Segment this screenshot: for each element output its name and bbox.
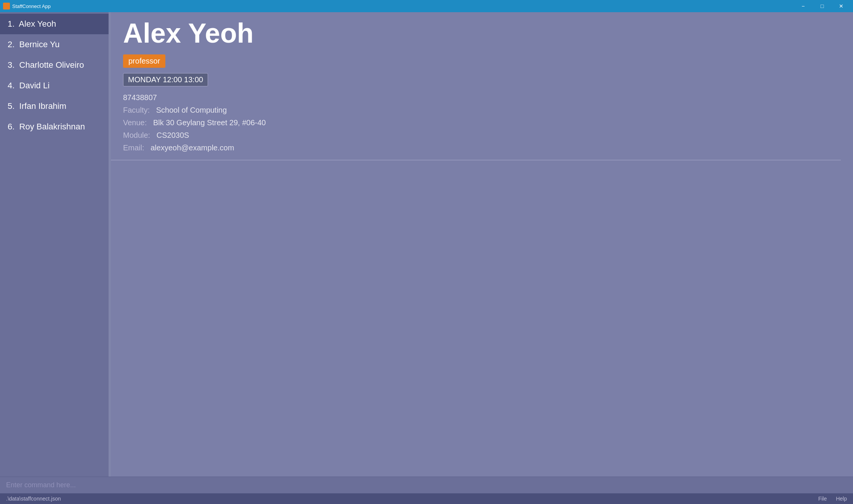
sidebar-item-label-3: 3. Charlotte Oliveiro [8, 60, 84, 70]
sidebar-item-2[interactable]: 2. Bernice Yu [0, 34, 109, 55]
module-label: Module: [123, 131, 150, 139]
schedule-badge: MONDAY 12:00 13:00 [123, 73, 208, 86]
sidebar-item-1[interactable]: 1. Alex Yeoh [0, 14, 109, 34]
statusbar-path: .\data\staffconnect.json [6, 496, 61, 502]
close-button[interactable]: ✕ [832, 0, 850, 12]
window-controls: − □ ✕ [794, 0, 850, 12]
phone-row: 87438807 [123, 93, 841, 102]
role-badge: professor [123, 54, 165, 68]
command-input[interactable] [6, 481, 847, 489]
sidebar-item-label-5: 5. Irfan Ibrahim [8, 101, 66, 111]
faculty-label: Faculty: [123, 106, 150, 114]
titlebar-title: StaffConnect App [12, 3, 794, 9]
phone-value: 87438807 [123, 93, 157, 102]
venue-label: Venue: [123, 118, 147, 127]
module-row: Module: CS2030S [123, 131, 841, 140]
venue-row: Venue: Blk 30 Geylang Street 29, #06-40 [123, 118, 841, 127]
sidebar-item-label-2: 2. Bernice Yu [8, 40, 60, 49]
main-area: 1. Alex Yeoh 2. Bernice Yu 3. Charlotte … [0, 12, 853, 477]
titlebar: StaffConnect App − □ ✕ [0, 0, 853, 12]
sidebar-item-5[interactable]: 5. Irfan Ibrahim [0, 96, 109, 116]
person-name: Alex Yeoh [123, 18, 841, 48]
sidebar-item-label-6: 6. Roy Balakrishnan [8, 122, 85, 131]
email-row: Email: alexyeoh@example.com [123, 144, 841, 152]
module-value: CS2030S [157, 131, 189, 139]
venue-value: Blk 30 Geylang Street 29, #06-40 [153, 118, 266, 127]
sidebar: 1. Alex Yeoh 2. Bernice Yu 3. Charlotte … [0, 12, 109, 477]
section-divider [111, 160, 841, 160]
sidebar-item-3[interactable]: 3. Charlotte Oliveiro [0, 55, 109, 75]
command-bar [0, 477, 853, 493]
detail-panel: Alex Yeoh professor MONDAY 12:00 13:00 8… [111, 12, 853, 477]
statusbar: .\data\staffconnect.json File Help [0, 493, 853, 504]
help-menu-link[interactable]: Help [836, 496, 847, 502]
faculty-value: School of Computing [156, 106, 227, 114]
sidebar-item-4[interactable]: 4. David Li [0, 75, 109, 96]
email-value: alexyeoh@example.com [150, 144, 234, 152]
app-icon [3, 3, 10, 10]
minimize-button[interactable]: − [794, 0, 812, 12]
faculty-row: Faculty: School of Computing [123, 106, 841, 115]
sidebar-item-label-4: 4. David Li [8, 81, 50, 90]
email-label: Email: [123, 144, 144, 152]
maximize-button[interactable]: □ [813, 0, 831, 12]
sidebar-item-label-1: 1. Alex Yeoh [8, 19, 56, 29]
file-menu-link[interactable]: File [818, 496, 827, 502]
statusbar-right: File Help [818, 496, 847, 502]
sidebar-item-6[interactable]: 6. Roy Balakrishnan [0, 116, 109, 137]
